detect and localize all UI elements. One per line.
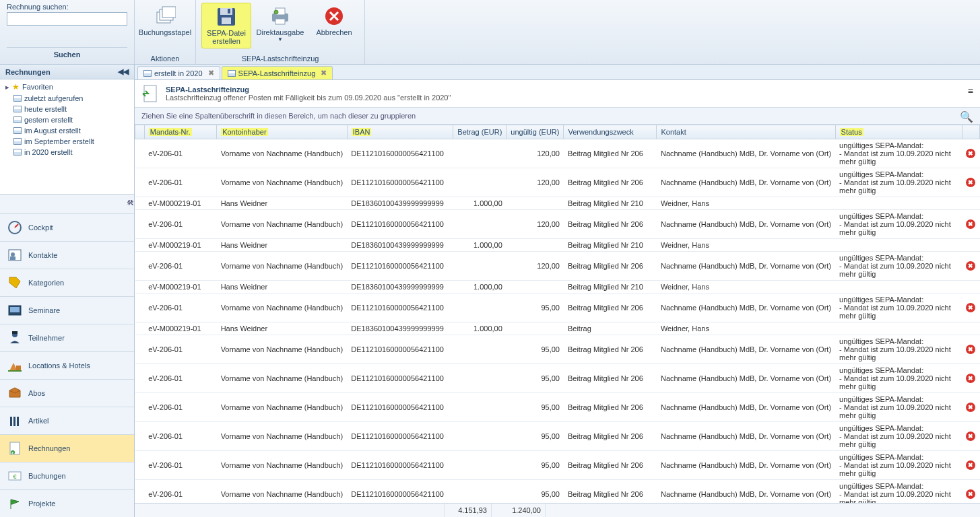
table-row[interactable]: eV-M000219-01Hans WeidnerDE1836010043999… bbox=[135, 281, 980, 294]
ribbon-direktausgabe[interactable]: Direktausgabe ▼ bbox=[255, 3, 305, 45]
table-row[interactable]: eV-206-01Vorname von Nachname (Handbuch)… bbox=[135, 364, 980, 393]
table-row[interactable]: eV-M000219-01Hans WeidnerDE1836010043999… bbox=[135, 197, 980, 210]
close-icon[interactable]: ✖ bbox=[208, 69, 214, 77]
sidebar-header: Rechnungen ◀◀ bbox=[0, 65, 134, 79]
collapse-icon[interactable]: ◀◀ bbox=[118, 67, 129, 76]
sidebar-nav-kontakte[interactable]: Kontakte bbox=[0, 241, 134, 269]
ribbon-group-sepa: SEPA-Lastschrifteinzug bbox=[201, 53, 359, 64]
sidebar-tree: ▸★Favoritenzuletzt aufgerufenheute erste… bbox=[0, 79, 134, 195]
grid-footer: 4.151,931.240,00 bbox=[135, 503, 980, 517]
grid-icon bbox=[13, 95, 22, 102]
ribbon-group-aktionen: Aktionen bbox=[140, 53, 190, 64]
nav-icon: € bbox=[7, 440, 23, 456]
sidebar: Rechnungen ◀◀ ▸★Favoritenzuletzt aufgeru… bbox=[0, 65, 135, 517]
sidebar-nav-projekte[interactable]: Projekte bbox=[0, 489, 134, 517]
svg-rect-5 bbox=[222, 18, 231, 24]
printer-icon bbox=[269, 5, 291, 27]
stack-icon bbox=[154, 5, 176, 27]
column-header[interactable]: IBAN bbox=[347, 125, 453, 139]
column-header[interactable]: Status bbox=[835, 125, 962, 139]
column-header[interactable]: Mandats-Nr. bbox=[144, 125, 216, 139]
error-icon: ✖ bbox=[966, 489, 975, 499]
search-label: Rechnung suchen: bbox=[7, 3, 127, 11]
tabs: erstellt in 2020✖SEPA-Lastschrifteinzug✖ bbox=[135, 65, 980, 80]
table-row[interactable]: eV-206-01Vorname von Nachname (Handbuch)… bbox=[135, 335, 980, 364]
sidebar-tree-item[interactable]: ▸★Favoriten bbox=[0, 81, 134, 93]
table-row[interactable]: eV-206-01Vorname von Nachname (Handbuch)… bbox=[135, 393, 980, 422]
sidebar-tree-item[interactable]: gestern erstellt bbox=[0, 114, 134, 125]
nav-icon bbox=[7, 330, 23, 346]
grid-small-icon bbox=[143, 70, 152, 77]
table-row[interactable]: eV-206-01Vorname von Nachname (Handbuch)… bbox=[135, 480, 980, 504]
nav-icon bbox=[7, 385, 23, 401]
sidebar-nav-buchungen[interactable]: €Buchungen bbox=[0, 462, 134, 489]
table-row[interactable]: eV-206-01Vorname von Nachname (Handbuch)… bbox=[135, 451, 980, 480]
table-row[interactable]: eV-M000219-01Hans WeidnerDE1836010043999… bbox=[135, 322, 980, 335]
grid-icon bbox=[13, 106, 22, 112]
grid-icon bbox=[13, 149, 22, 156]
sidebar-nav-abos[interactable]: Abos bbox=[0, 379, 134, 407]
svg-rect-20 bbox=[16, 366, 21, 371]
grid-small-icon bbox=[228, 70, 236, 77]
close-icon[interactable]: ✖ bbox=[321, 69, 327, 77]
sidebar-nav-artikel[interactable]: Artikel bbox=[0, 407, 134, 434]
column-header[interactable]: Verwendungszweck bbox=[564, 125, 657, 139]
search-panel: Rechnung suchen: Suchen bbox=[0, 0, 135, 64]
sidebar-tree-item[interactable]: zuletzt aufgerufen bbox=[0, 93, 134, 104]
sidebar-tree-item[interactable]: im September erstellt bbox=[0, 136, 134, 147]
svg-rect-22 bbox=[13, 417, 15, 426]
search-input[interactable] bbox=[7, 12, 127, 26]
error-icon: ✖ bbox=[966, 403, 975, 412]
search-icon[interactable]: 🔍 bbox=[960, 110, 973, 123]
svg-rect-15 bbox=[10, 256, 15, 260]
sidebar-nav-seminare[interactable]: Seminare bbox=[0, 296, 134, 324]
ribbon-sepa-datei[interactable]: SEPA-Datei erstellen bbox=[201, 3, 251, 48]
sidebar-tree-item[interactable]: in 2020 erstellt bbox=[0, 147, 134, 158]
column-header[interactable]: ungültig (EUR) bbox=[507, 125, 564, 139]
error-icon: ✖ bbox=[966, 345, 975, 354]
sidebar-nav-locations-hotels[interactable]: Locations & Hotels bbox=[0, 351, 134, 379]
tab[interactable]: SEPA-Lastschrifteinzug✖ bbox=[222, 66, 333, 79]
column-header[interactable]: Betrag (EUR) bbox=[453, 125, 507, 139]
cancel-icon bbox=[323, 5, 345, 27]
svg-point-10 bbox=[274, 10, 278, 14]
table-row[interactable]: eV-206-01Vorname von Nachname (Handbuch)… bbox=[135, 252, 980, 281]
error-icon: ✖ bbox=[966, 178, 975, 187]
grid-icon bbox=[13, 116, 22, 123]
ribbon-abbrechen[interactable]: Abbrechen bbox=[309, 3, 359, 39]
column-header[interactable]: Kontakt bbox=[657, 125, 835, 139]
table-row[interactable]: eV-206-01Vorname von Nachname (Handbuch)… bbox=[135, 139, 980, 168]
error-icon: ✖ bbox=[966, 460, 975, 470]
data-grid[interactable]: Mandats-Nr.KontoinhaberIBANBetrag (EUR)u… bbox=[135, 125, 980, 503]
ribbon-buchungsstapel[interactable]: Buchungsstapel bbox=[140, 3, 190, 39]
nav-icon bbox=[7, 413, 23, 429]
table-row[interactable]: eV-M000219-01Hans WeidnerDE1836010043999… bbox=[135, 239, 980, 252]
svg-point-14 bbox=[11, 252, 15, 256]
column-header[interactable] bbox=[962, 125, 979, 139]
table-row[interactable]: eV-206-01Vorname von Nachname (Handbuch)… bbox=[135, 422, 980, 451]
sidebar-nav-teilnehmer[interactable]: Teilnehmer bbox=[0, 324, 134, 351]
sidebar-nav-cockpit[interactable]: Cockpit bbox=[0, 213, 134, 241]
nav-icon bbox=[7, 495, 23, 512]
table-row[interactable]: eV-206-01Vorname von Nachname (Handbuch)… bbox=[135, 294, 980, 322]
dropdown-arrow-icon: ▼ bbox=[277, 36, 283, 42]
total-ungueltig: 1.240,00 bbox=[492, 504, 546, 517]
search-button[interactable]: Suchen bbox=[7, 47, 127, 61]
error-icon: ✖ bbox=[966, 149, 975, 158]
sidebar-tree-item[interactable]: heute erstellt bbox=[0, 104, 134, 114]
table-row[interactable]: eV-206-01Vorname von Nachname (Handbuch)… bbox=[135, 210, 980, 239]
ribbon-bar: Rechnung suchen: Suchen Buchungsstapel A… bbox=[0, 0, 980, 65]
group-bar[interactable]: Ziehen Sie eine Spaltenüberschrift in di… bbox=[135, 108, 980, 125]
wrench-icon[interactable]: 🛠 bbox=[125, 197, 135, 208]
star-icon: ★ bbox=[12, 82, 20, 92]
sidebar-tree-item[interactable]: im August erstellt bbox=[0, 125, 134, 136]
svg-rect-23 bbox=[17, 417, 19, 426]
nav-icon bbox=[7, 357, 23, 374]
column-header[interactable]: Kontoinhaber bbox=[217, 125, 348, 139]
menu-icon[interactable]: ≡ bbox=[968, 85, 973, 96]
sidebar-nav-rechnungen[interactable]: €Rechnungen bbox=[0, 434, 134, 462]
sidebar-nav-kategorien[interactable]: Kategorien bbox=[0, 269, 134, 296]
tab[interactable]: erstellt in 2020✖ bbox=[137, 66, 220, 79]
table-row[interactable]: eV-206-01Vorname von Nachname (Handbuch)… bbox=[135, 168, 980, 197]
nav-icon: € bbox=[7, 468, 23, 484]
